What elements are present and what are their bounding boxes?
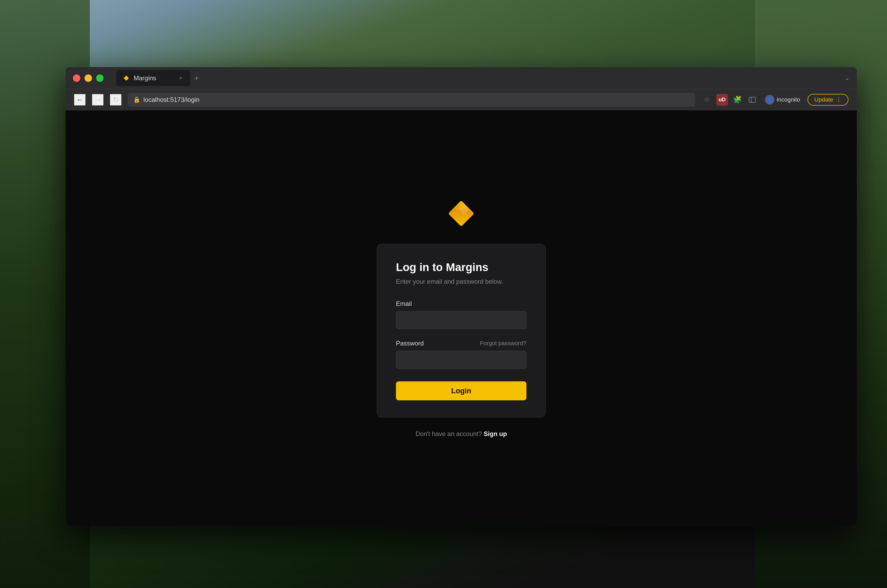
url-text: localhost:5173/login bbox=[143, 96, 200, 104]
tab-close-button[interactable]: × bbox=[177, 75, 184, 81]
url-bar[interactable]: 🔒 localhost:5173/login bbox=[128, 93, 695, 106]
password-form-group: Password Forgot password? bbox=[396, 340, 526, 369]
bookmark-icon[interactable]: ☆ bbox=[702, 94, 712, 105]
svg-rect-0 bbox=[123, 75, 129, 81]
tab-title-text: Margins bbox=[134, 74, 174, 82]
tab-bar: Margins × + bbox=[116, 70, 839, 86]
toolbar-right: ☆ uD 🧩 👤 Incognito Update ⋮ bbox=[702, 93, 848, 106]
traffic-lights bbox=[73, 74, 104, 82]
back-button[interactable]: ← bbox=[74, 94, 86, 106]
sidebar-toggle-icon[interactable] bbox=[747, 94, 758, 105]
tab-favicon-icon bbox=[123, 74, 130, 82]
profile-avatar-icon: 👤 bbox=[765, 95, 774, 105]
web-content: Log in to Margins Enter your email and p… bbox=[66, 110, 857, 526]
password-label: Password bbox=[396, 340, 424, 347]
signup-link[interactable]: Sign up bbox=[484, 430, 507, 437]
update-label: Update bbox=[814, 96, 833, 103]
email-form-group: Email bbox=[396, 300, 526, 329]
new-tab-button[interactable]: + bbox=[191, 73, 202, 83]
login-card: Log in to Margins Enter your email and p… bbox=[377, 244, 546, 417]
login-button[interactable]: Login bbox=[396, 381, 526, 400]
minimize-traffic-light[interactable] bbox=[84, 74, 92, 82]
signup-prompt-label: Don't have an account? bbox=[415, 430, 482, 437]
ud-extension-icon[interactable]: uD bbox=[716, 94, 728, 106]
profile-name-text: Incognito bbox=[777, 96, 800, 103]
svg-rect-1 bbox=[749, 97, 755, 102]
login-subtitle: Enter your email and password below. bbox=[396, 278, 526, 285]
browser-window: Margins × + ⌄ ← → ↻ 🔒 localhost:5173/log… bbox=[66, 67, 857, 526]
update-button[interactable]: Update ⋮ bbox=[807, 94, 848, 106]
password-label-row: Password Forgot password? bbox=[396, 340, 526, 347]
active-tab[interactable]: Margins × bbox=[116, 70, 190, 86]
close-traffic-light[interactable] bbox=[73, 74, 80, 82]
address-bar: ← → ↻ 🔒 localhost:5173/login ☆ uD 🧩 👤 bbox=[66, 89, 857, 110]
maximize-traffic-light[interactable] bbox=[96, 74, 104, 82]
title-bar: Margins × + ⌄ bbox=[66, 67, 857, 89]
forgot-password-link[interactable]: Forgot password? bbox=[480, 340, 526, 347]
title-bar-right: ⌄ bbox=[845, 75, 849, 81]
forward-button[interactable]: → bbox=[92, 94, 104, 106]
update-menu-icon: ⋮ bbox=[836, 96, 842, 103]
svg-rect-3 bbox=[448, 201, 474, 227]
window-chevron-icon[interactable]: ⌄ bbox=[845, 75, 849, 81]
email-label-row: Email bbox=[396, 300, 526, 308]
profile-button[interactable]: 👤 Incognito bbox=[762, 93, 803, 106]
login-title: Log in to Margins bbox=[396, 261, 526, 274]
password-input[interactable] bbox=[396, 351, 526, 369]
reload-button[interactable]: ↻ bbox=[110, 94, 122, 106]
lock-icon: 🔒 bbox=[133, 96, 140, 103]
email-input[interactable] bbox=[396, 311, 526, 329]
signup-prompt-text: Don't have an account? Sign up bbox=[415, 430, 507, 438]
extensions-icon[interactable]: 🧩 bbox=[732, 94, 743, 105]
logo-diamond-icon bbox=[447, 199, 476, 228]
logo-container bbox=[447, 199, 476, 228]
email-label: Email bbox=[396, 300, 412, 308]
